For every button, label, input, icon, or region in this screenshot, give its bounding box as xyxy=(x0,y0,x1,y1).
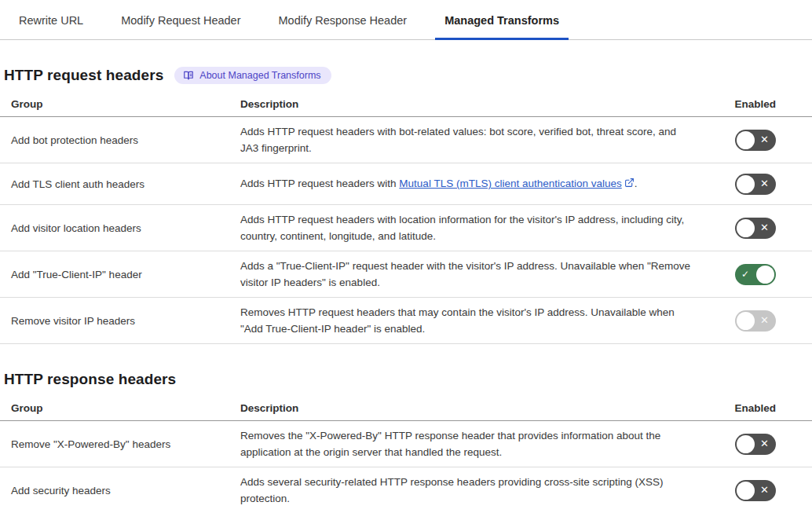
book-icon xyxy=(183,70,194,81)
row-toggle-cell: ✕ xyxy=(705,174,812,195)
toggle-state-icon: ✕ xyxy=(760,174,769,195)
section-http-response-headers: HTTP response headers Group Description … xyxy=(0,371,812,513)
row-toggle-cell: ✕ xyxy=(705,130,812,151)
toggle-state-icon: ✕ xyxy=(760,480,769,501)
toggle-knob xyxy=(756,266,774,284)
row-group-label: Add bot protection headers xyxy=(0,134,240,146)
row-group-label: Add TLS client auth headers xyxy=(0,178,240,190)
row-toggle-cell: ✓ xyxy=(705,264,812,285)
tab-label: Rewrite URL xyxy=(19,14,83,27)
section-header: HTTP response headers xyxy=(0,371,812,388)
tab-managed-transforms[interactable]: Managed Transforms xyxy=(435,0,569,40)
section-title: HTTP response headers xyxy=(4,371,176,388)
row-description: Adds HTTP request headers with bot-relat… xyxy=(240,123,705,156)
toggle-knob xyxy=(737,312,755,330)
row-group-label: Remove visitor IP headers xyxy=(0,315,240,327)
external-link-icon xyxy=(624,176,635,192)
about-managed-transforms-badge[interactable]: About Managed Transforms xyxy=(174,67,331,84)
table-row: Add bot protection headers Adds HTTP req… xyxy=(0,117,812,163)
enabled-toggle[interactable]: ✕ xyxy=(735,480,776,501)
row-toggle-cell: ✕ xyxy=(705,480,812,501)
enabled-toggle[interactable]: ✕ xyxy=(735,434,776,455)
toggle-knob xyxy=(737,131,755,149)
table-body: Remove "X-Powered-By" headers Removes th… xyxy=(0,421,812,513)
description-text: Adds a "True-Client-IP" request header w… xyxy=(240,260,690,288)
column-header-description: Description xyxy=(240,402,705,414)
headers-table: Group Description Enabled Add bot protec… xyxy=(0,93,812,344)
badge-label: About Managed Transforms xyxy=(199,71,320,81)
description-text: Adds HTTP request headers with xyxy=(240,178,399,189)
section-http-request-headers: HTTP request headers About Managed Trans… xyxy=(0,67,812,344)
description-text: Adds HTTP request headers with bot-relat… xyxy=(240,126,676,154)
row-toggle-cell: ✕ xyxy=(705,310,812,332)
enabled-toggle[interactable]: ✕ xyxy=(735,218,776,239)
row-description: Removes the "X-Powered-By" HTTP response… xyxy=(240,427,705,460)
description-text: Adds several security-related HTTP respo… xyxy=(240,476,663,504)
tab-label: Modify Request Header xyxy=(121,14,240,27)
row-description: Removes HTTP request headers that may co… xyxy=(240,304,705,337)
section-header: HTTP request headers About Managed Trans… xyxy=(0,67,812,84)
row-group-label: Add security headers xyxy=(0,485,240,497)
row-description: Adds HTTP request headers with location … xyxy=(240,211,705,244)
description-text: Removes HTTP request headers that may co… xyxy=(240,306,675,335)
section-title: HTTP request headers xyxy=(4,67,163,84)
description-text: Adds HTTP request headers with location … xyxy=(240,214,684,242)
column-header-group: Group xyxy=(0,98,240,110)
tab-modify-response-header[interactable]: Modify Response Header xyxy=(269,0,417,40)
column-header-enabled: Enabled xyxy=(705,402,812,414)
row-toggle-cell: ✕ xyxy=(705,434,812,455)
table-header-row: Group Description Enabled xyxy=(0,93,812,117)
row-description: Adds HTTP request headers with Mutual TL… xyxy=(240,175,705,192)
description-text: . xyxy=(635,178,638,189)
enabled-toggle[interactable]: ✕ xyxy=(735,130,776,151)
description-text: Removes the "X-Powered-By" HTTP response… xyxy=(240,430,660,458)
toggle-state-icon: ✕ xyxy=(760,310,769,332)
row-group-label: Remove "X-Powered-By" headers xyxy=(0,438,240,450)
table-row: Add security headers Adds several securi… xyxy=(0,467,812,513)
tab-label: Managed Transforms xyxy=(444,14,559,27)
toggle-state-icon: ✓ xyxy=(741,264,749,285)
toggle-state-icon: ✕ xyxy=(760,434,769,455)
tab-bar: Rewrite URL Modify Request Header Modify… xyxy=(0,0,812,40)
toggle-knob xyxy=(737,219,755,237)
enabled-toggle[interactable]: ✕ xyxy=(735,310,776,332)
tab-modify-request-header[interactable]: Modify Request Header xyxy=(112,0,250,40)
row-toggle-cell: ✕ xyxy=(705,218,812,239)
toggle-knob xyxy=(737,482,755,500)
toggle-knob xyxy=(737,435,755,453)
column-header-description: Description xyxy=(240,98,705,110)
toggle-state-icon: ✕ xyxy=(760,218,769,239)
enabled-toggle[interactable]: ✕ xyxy=(735,174,776,195)
row-group-label: Add visitor location headers xyxy=(0,222,240,234)
row-description: Adds several security-related HTTP respo… xyxy=(240,474,705,507)
tab-rewrite-url[interactable]: Rewrite URL xyxy=(9,0,93,40)
column-header-enabled: Enabled xyxy=(705,98,812,110)
table-body: Add bot protection headers Adds HTTP req… xyxy=(0,117,812,344)
row-description: Adds a "True-Client-IP" request header w… xyxy=(240,258,705,291)
sections: HTTP request headers About Managed Trans… xyxy=(0,67,812,513)
tab-label: Modify Response Header xyxy=(279,14,408,27)
table-row: Remove visitor IP headers Removes HTTP r… xyxy=(0,298,812,344)
table-header-row: Group Description Enabled xyxy=(0,397,812,421)
table-row: Remove "X-Powered-By" headers Removes th… xyxy=(0,421,812,467)
toggle-knob xyxy=(737,175,755,193)
description-link[interactable]: Mutual TLS (mTLS) client authentication … xyxy=(399,178,621,189)
toggle-state-icon: ✕ xyxy=(760,130,769,151)
table-row: Add TLS client auth headers Adds HTTP re… xyxy=(0,163,812,205)
enabled-toggle[interactable]: ✓ xyxy=(735,264,776,285)
row-group-label: Add "True-Client-IP" header xyxy=(0,269,240,280)
table-row: Add "True-Client-IP" header Adds a "True… xyxy=(0,251,812,298)
headers-table: Group Description Enabled Remove "X-Powe… xyxy=(0,397,812,513)
managed-transforms-page: Rewrite URL Modify Request Header Modify… xyxy=(0,0,812,513)
column-header-group: Group xyxy=(0,402,240,414)
table-row: Add visitor location headers Adds HTTP r… xyxy=(0,205,812,251)
